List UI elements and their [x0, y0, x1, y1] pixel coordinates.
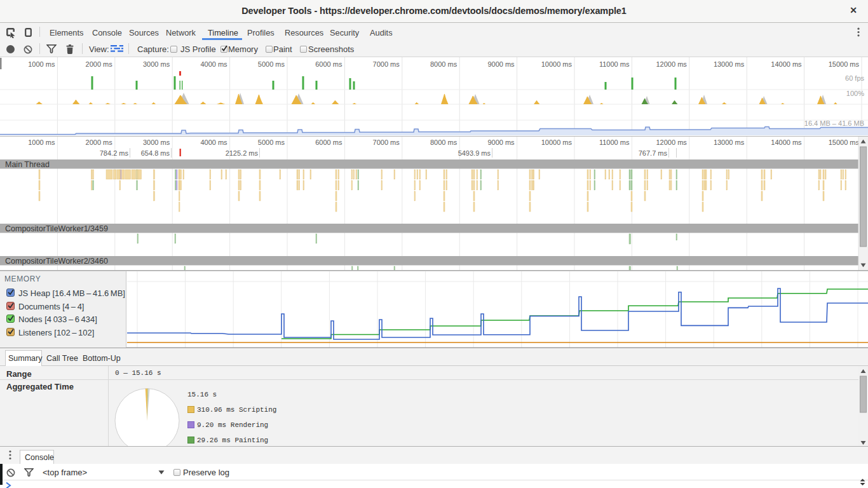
- svg-text:13000 ms: 13000 ms: [714, 60, 745, 68]
- svg-text:3000 ms: 3000 ms: [143, 60, 170, 68]
- svg-text:6000 ms: 6000 ms: [315, 60, 342, 68]
- svg-text:CompositorTileWorker1/3459: CompositorTileWorker1/3459: [5, 224, 108, 233]
- svg-text:2000 ms: 2000 ms: [86, 139, 113, 146]
- svg-text:6000 ms: 6000 ms: [315, 139, 342, 146]
- svg-text:CompositorTileWorker2/3460: CompositorTileWorker2/3460: [5, 257, 108, 266]
- svg-text:4000 ms: 4000 ms: [200, 139, 227, 146]
- svg-text:7000 ms: 7000 ms: [373, 60, 400, 68]
- svg-text:100%: 100%: [846, 90, 864, 97]
- svg-text:60 fps: 60 fps: [845, 74, 864, 82]
- svg-text:2000 ms: 2000 ms: [86, 60, 113, 68]
- svg-text:14000 ms: 14000 ms: [771, 139, 802, 146]
- svg-text:5000 ms: 5000 ms: [258, 60, 285, 68]
- svg-text:11000 ms: 11000 ms: [599, 139, 630, 146]
- svg-text:13000 ms: 13000 ms: [714, 139, 745, 146]
- svg-text:9000 ms: 9000 ms: [487, 60, 515, 68]
- svg-text:15000 ms: 15000 ms: [829, 139, 860, 146]
- svg-text:5000 ms: 5000 ms: [258, 139, 285, 146]
- svg-text:1000 ms: 1000 ms: [28, 139, 55, 146]
- svg-text:7000 ms: 7000 ms: [373, 139, 400, 146]
- svg-text:Main Thread: Main Thread: [5, 160, 50, 169]
- svg-text:16.4 MB – 41.6 MB: 16.4 MB – 41.6 MB: [804, 119, 864, 127]
- svg-text:10000 ms: 10000 ms: [541, 60, 573, 68]
- svg-text:1000 ms: 1000 ms: [28, 60, 55, 68]
- svg-text:11000 ms: 11000 ms: [599, 60, 630, 68]
- svg-text:3000 ms: 3000 ms: [143, 139, 170, 146]
- svg-text:654.8 ms: 654.8 ms: [141, 149, 170, 157]
- svg-text:12000 ms: 12000 ms: [656, 60, 687, 68]
- svg-text:10000 ms: 10000 ms: [541, 139, 573, 146]
- svg-text:8000 ms: 8000 ms: [430, 139, 458, 146]
- svg-text:4000 ms: 4000 ms: [200, 60, 227, 68]
- svg-text:5493.9 ms: 5493.9 ms: [458, 149, 491, 157]
- svg-text:15000 ms: 15000 ms: [829, 60, 860, 68]
- svg-text:14000 ms: 14000 ms: [771, 60, 802, 68]
- svg-text:784.2 ms: 784.2 ms: [100, 149, 129, 157]
- svg-text:9000 ms: 9000 ms: [487, 139, 515, 146]
- svg-text:12000 ms: 12000 ms: [656, 139, 687, 146]
- svg-text:8000 ms: 8000 ms: [430, 60, 458, 68]
- svg-text:2125.2 ms: 2125.2 ms: [226, 149, 259, 157]
- svg-text:767.7 ms: 767.7 ms: [639, 149, 668, 157]
